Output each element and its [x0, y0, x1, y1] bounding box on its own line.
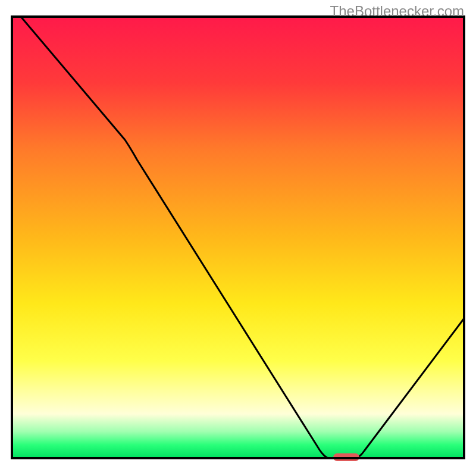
chart-svg	[0, 0, 476, 476]
watermark-text: TheBottlenecker.com	[330, 3, 464, 20]
bottleneck-chart: TheBottlenecker.com	[0, 0, 476, 476]
plot-background	[12, 17, 464, 458]
